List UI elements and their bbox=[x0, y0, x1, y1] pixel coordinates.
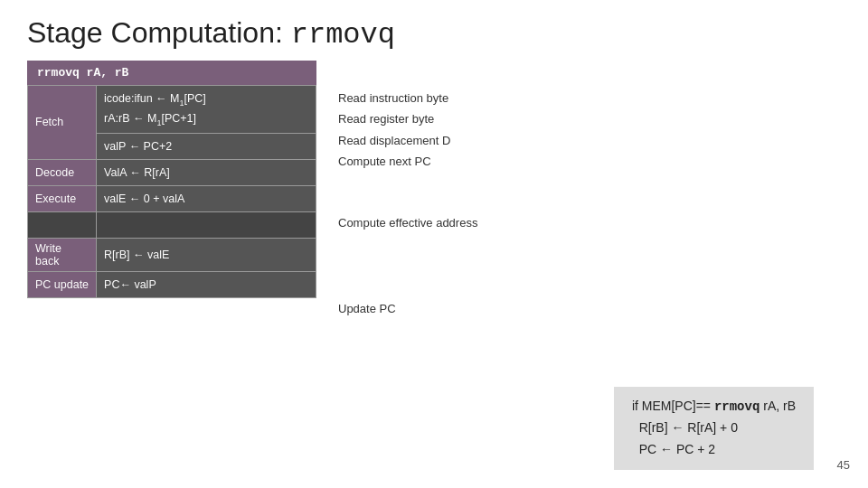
annotation-read-displacement: Read displacement D bbox=[338, 130, 477, 151]
stage-execute-label: Execute bbox=[28, 185, 97, 211]
table-row: Execute valE ← 0 + valA bbox=[28, 185, 316, 211]
stage-execute-ops: valE ← 0 + valA bbox=[97, 185, 316, 211]
stage-decode-ops: ValA ← R[rA] bbox=[97, 159, 316, 185]
stage-writeback-ops: R[rB] ← valE bbox=[97, 238, 316, 271]
stage-writeback-label: Writeback bbox=[28, 238, 97, 271]
stage-table: Fetch icode:ifun ← M1[PC] rA:rB ← M1[PC+… bbox=[27, 85, 316, 298]
summary-line1: if MEM[PC]== rrmovq rA, rB bbox=[632, 396, 796, 418]
fetch-annotations: Read instruction byte Read register byte… bbox=[338, 88, 477, 173]
stage-pcupdate-ops: PC← valP bbox=[97, 271, 316, 297]
instruction-label: rrmovq rA, rB bbox=[27, 61, 316, 85]
annotation-compute-effective: Compute effective address bbox=[338, 212, 477, 233]
page-number: 45 bbox=[837, 458, 850, 472]
summary-box: if MEM[PC]== rrmovq rA, rB R[rB] ← R[rA]… bbox=[614, 387, 814, 470]
annotation-read-instruction: Read instruction byte bbox=[338, 88, 477, 108]
table-row: Writeback R[rB] ← valE bbox=[28, 238, 316, 271]
stage-memory-label bbox=[28, 211, 97, 238]
stage-fetch-ops1: icode:ifun ← M1[PC] rA:rB ← M1[PC+1] bbox=[97, 86, 316, 134]
table-row bbox=[28, 211, 316, 238]
table-row: Fetch icode:ifun ← M1[PC] rA:rB ← M1[PC+… bbox=[28, 86, 316, 134]
summary-line3: PC ← PC + 2 bbox=[632, 439, 796, 461]
stage-memory-ops bbox=[97, 211, 316, 238]
summary-line2: R[rB] ← R[rA] + 0 bbox=[632, 418, 796, 439]
pcupdate-annotations: Update PC bbox=[338, 298, 477, 319]
stage-table-area: rrmovq rA, rB Fetch icode:ifun ← M1[PC] … bbox=[27, 61, 316, 333]
annotation-update-pc: Update PC bbox=[338, 298, 477, 319]
page-title: Stage Computation: rrmovq bbox=[0, 0, 868, 61]
table-row: PC update PC← valP bbox=[28, 271, 316, 297]
stage-fetch-ops2: valP ← PC+2 bbox=[97, 133, 316, 159]
stage-pcupdate-label: PC update bbox=[28, 271, 97, 297]
execute-annotations: Compute effective address bbox=[338, 212, 477, 233]
annotations-column: Read instruction byte Read register byte… bbox=[338, 61, 477, 333]
stage-decode-label: Decode bbox=[28, 159, 97, 185]
table-row: Decode ValA ← R[rA] bbox=[28, 159, 316, 185]
stage-fetch-label: Fetch bbox=[28, 86, 97, 160]
annotation-read-register: Read register byte bbox=[338, 108, 477, 129]
annotation-compute-next-pc: Compute next PC bbox=[338, 151, 477, 172]
